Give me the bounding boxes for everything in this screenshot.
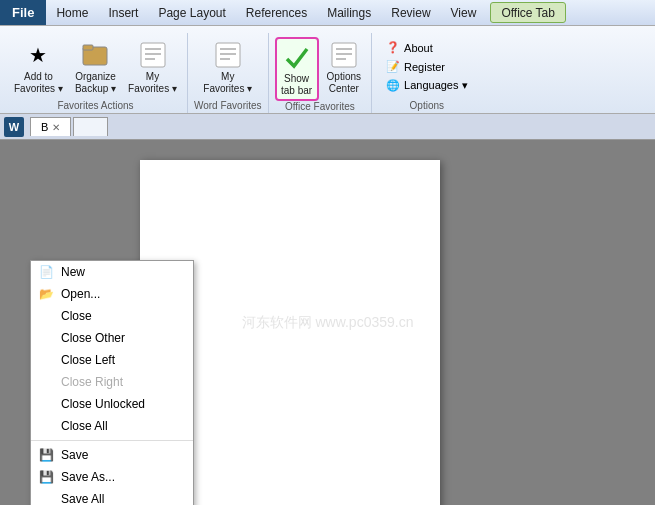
ctx-close-right: Close Right [31,371,193,393]
doc-tab-b-close[interactable]: ✕ [52,122,60,133]
about-btn[interactable]: ❓ About [382,39,472,56]
ctx-close-left[interactable]: Close Left [31,349,193,371]
ribbon-top-bar: File Home Insert Page Layout References … [0,0,655,26]
ctx-close[interactable]: Close [31,305,193,327]
register-btn[interactable]: 📝 Register [382,58,472,75]
ctx-open-label: Open... [61,287,100,301]
ctx-close-other[interactable]: Close Other [31,327,193,349]
about-icon: ❓ [386,41,400,54]
ctx-new[interactable]: 📄 New [31,261,193,283]
tab-bar: W B ✕ [0,114,655,140]
ctx-save-all[interactable]: Save All [31,488,193,505]
ctx-close-label: Close [61,309,92,323]
ctx-save-all-label: Save All [61,492,104,505]
show-tab-bar-label: Showtab bar [281,73,312,97]
watermark: 河东软件网 www.pc0359.cn [242,314,414,332]
about-label: About [404,42,433,54]
favorites-actions-label: Favorites Actions [57,100,133,113]
office-fav-items: Showtab bar OptionsCenter [275,33,365,101]
file-tab[interactable]: File [0,0,46,25]
ctx-save-as-label: Save As... [61,470,115,484]
my-favorites-1-btn[interactable]: MyFavorites ▾ [124,37,181,97]
ctx-close-all[interactable]: Close All [31,415,193,437]
register-label: Register [404,61,445,73]
save-icon: 💾 [37,446,55,464]
ctx-save[interactable]: 💾 Save [31,444,193,466]
options-group-label: Options [410,100,444,113]
options-items: ❓ About 📝 Register 🌐 Languages ▾ [378,33,476,100]
ribbon-group-options: ❓ About 📝 Register 🌐 Languages ▾ Options [372,33,482,113]
tab-mailings[interactable]: Mailings [317,0,381,25]
doc-area: 河东软件网 www.pc0359.cn 📄 New 📂 Open... Clos… [0,140,655,505]
show-tab-bar-btn[interactable]: Showtab bar [275,37,319,101]
ctx-close-all-label: Close All [61,419,108,433]
languages-icon: 🌐 [386,79,400,92]
tab-insert[interactable]: Insert [98,0,148,25]
open-icon: 📂 [37,285,55,303]
tab-review[interactable]: Review [381,0,440,25]
svg-rect-6 [216,43,240,67]
ribbon-group-office-favorites: Showtab bar OptionsCenter Office Favorit… [269,33,372,113]
doc-tab-b-label: B [41,121,48,133]
ribbon-content: ★ Add toFavorites ▾ OrganizeBackup ▾ [0,26,655,114]
favorites-icon: ★ [22,39,54,71]
ctx-open[interactable]: 📂 Open... [31,283,193,305]
options-center-icon [328,39,360,71]
tab-office[interactable]: Office Tab [490,2,566,23]
organize-label: OrganizeBackup ▾ [75,71,116,95]
options-center-btn[interactable]: OptionsCenter [323,37,365,97]
ribbon-group-items: ★ Add toFavorites ▾ OrganizeBackup ▾ [10,33,181,100]
tab-page-layout[interactable]: Page Layout [148,0,235,25]
add-to-favorites-label: Add toFavorites ▾ [14,71,63,95]
doc-tab-empty-label [84,121,96,133]
ribbon-group-favorites-actions: ★ Add toFavorites ▾ OrganizeBackup ▾ [4,33,188,113]
tab-view[interactable]: View [441,0,487,25]
organize-icon [79,39,111,71]
my-favorites-1-icon [137,39,169,71]
svg-rect-10 [332,43,356,67]
my-favorites-2-btn[interactable]: MyFavorites ▾ [199,37,256,97]
ctx-save-label: Save [61,448,88,462]
new-icon: 📄 [37,263,55,281]
save-as-icon: 💾 [37,468,55,486]
ctx-save-as[interactable]: 💾 Save As... [31,466,193,488]
svg-rect-2 [141,43,165,67]
languages-btn[interactable]: 🌐 Languages ▾ [382,77,472,94]
app-window: File Home Insert Page Layout References … [0,0,655,505]
show-tab-bar-icon [281,41,313,73]
doc-tab-b[interactable]: B ✕ [30,117,71,136]
ctx-close-unlocked[interactable]: Close Unlocked [31,393,193,415]
doc-tab-empty[interactable] [73,117,107,136]
word-logo: W [4,117,24,137]
svg-rect-1 [83,45,93,50]
tab-references[interactable]: References [236,0,317,25]
ribbon-group-word-favorites: MyFavorites ▾ Word Favorites [188,33,269,113]
word-fav-items: MyFavorites ▾ [199,33,256,100]
languages-label: Languages ▾ [404,79,468,92]
word-favorites-label: Word Favorites [194,100,262,113]
ctx-sep1 [31,440,193,441]
ctx-close-left-label: Close Left [61,353,115,367]
ctx-close-right-label: Close Right [61,375,123,389]
organize-backup-btn[interactable]: OrganizeBackup ▾ [71,37,120,97]
my-favorites-1-label: MyFavorites ▾ [128,71,177,95]
tab-home[interactable]: Home [46,0,98,25]
my-favorites-2-label: MyFavorites ▾ [203,71,252,95]
ctx-close-other-label: Close Other [61,331,125,345]
office-favorites-group-label: Office Favorites [285,101,355,114]
ctx-close-unlocked-label: Close Unlocked [61,397,145,411]
context-menu: 📄 New 📂 Open... Close Close Other Close … [30,260,194,505]
ctx-new-label: New [61,265,85,279]
register-icon: 📝 [386,60,400,73]
my-favorites-2-icon [212,39,244,71]
options-center-label: OptionsCenter [327,71,361,95]
add-to-favorites-btn[interactable]: ★ Add toFavorites ▾ [10,37,67,97]
